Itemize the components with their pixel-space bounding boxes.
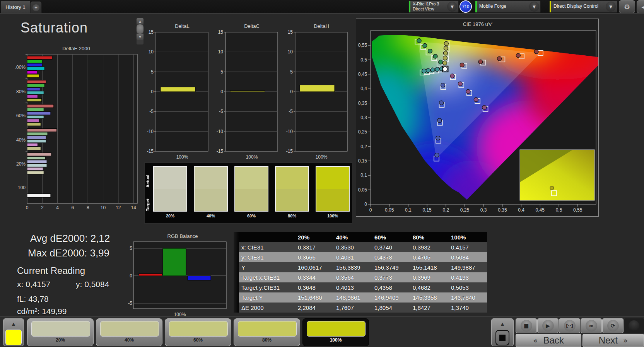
svg-text:-5: -5 [149, 109, 154, 114]
meter-dropdown[interactable]: X-Rite i1Pro 3 Direct View ▼ [408, 0, 459, 13]
deltae-bar-80%-green [27, 84, 44, 87]
collapse-up-button[interactable]: ▲ [3, 319, 24, 329]
table-cell: 156,3749 [372, 262, 410, 272]
collapse-up-button[interactable]: ▲ [492, 319, 513, 329]
settings-button[interactable]: ⚙ [619, 0, 635, 13]
svg-text:DeltaC: DeltaC [244, 23, 260, 29]
table-cell: 145,3358 [410, 292, 449, 303]
cie-measured-yellow [443, 51, 448, 55]
meter-accent-bar [409, 1, 410, 12]
loop-button[interactable]: ⟳ [602, 318, 624, 333]
chevrons-left-icon: « [533, 336, 538, 345]
continuous-icon: ∞ [586, 320, 597, 332]
add-tab-button[interactable]: + [31, 2, 41, 13]
svg-text:RGB Balance: RGB Balance [167, 233, 198, 239]
table-cell: 1,8054 [372, 303, 410, 313]
svg-text:2: 2 [41, 205, 44, 210]
continuous-button[interactable]: ∞ [581, 318, 602, 333]
source-dropdown[interactable]: Mobile Forge ▼ [475, 0, 541, 13]
saturation-button-20%[interactable]: 20% [27, 318, 94, 346]
svg-text:0,45: 0,45 [536, 207, 545, 213]
svg-text:0,3: 0,3 [480, 207, 487, 213]
svg-text:0,35: 0,35 [358, 101, 367, 106]
back-button[interactable]: « Back [516, 334, 581, 347]
deltae-bar-80%-cyan [27, 91, 44, 94]
cie-measured-yellow [444, 41, 448, 46]
target-color [235, 189, 268, 211]
svg-text:0,15: 0,15 [358, 158, 367, 164]
svg-text:0,25: 0,25 [460, 207, 470, 213]
saturation-button-100%[interactable]: 100% [302, 318, 369, 346]
scroll-up-icon[interactable]: ▲ [137, 18, 143, 24]
tab-bar: History 1 + X-Rite i1Pro 3 Direct View ▼… [0, 0, 644, 13]
svg-text:DeltaL: DeltaL [175, 23, 190, 29]
meter-count: 710 [462, 4, 469, 9]
svg-text:0,5: 0,5 [360, 57, 367, 63]
svg-text:-15: -15 [217, 149, 224, 154]
tab-history-1[interactable]: History 1 [1, 1, 30, 13]
compare-swatch-label: 40% [194, 214, 228, 218]
cie-measured-cyan [435, 67, 439, 72]
chevron-down-icon[interactable]: ▼ [447, 2, 457, 12]
cie-measured-red [497, 56, 502, 61]
scrollbar-thumb[interactable] [137, 24, 143, 34]
measure-once-button[interactable]: [··] [559, 318, 580, 333]
deltae-bar-60%-blue [27, 112, 51, 115]
svg-text:0,55: 0,55 [358, 43, 367, 48]
deltae-bar-100%-yellow [27, 74, 39, 77]
target-color [316, 189, 349, 211]
scroll-down-icon[interactable]: ▼ [137, 34, 143, 40]
chevron-down-icon[interactable]: ▼ [606, 2, 616, 12]
rgb-balance-bar-green [163, 248, 186, 276]
table-column-header: 100% [449, 232, 487, 242]
play-button[interactable]: ▶ [537, 318, 559, 333]
deltal-bar [161, 87, 195, 92]
deltae-bar-40%-green [27, 132, 48, 135]
svg-text:-10: -10 [147, 129, 154, 134]
svg-text:0: 0 [151, 89, 154, 94]
next-button[interactable]: Next » [583, 334, 644, 347]
saturation-button-60%[interactable]: 60% [165, 318, 231, 346]
stop-button[interactable]: ■ [516, 318, 537, 333]
actual-color [195, 167, 227, 189]
max-de2000: Max dE2000: 3,99 [28, 247, 109, 259]
meter-name: X-Rite i1Pro 3 [413, 2, 439, 6]
cie-measured-red [534, 50, 538, 54]
cie-measured-blue [437, 118, 442, 123]
svg-text:0: 0 [369, 207, 372, 213]
deltae-bar-100%-green [27, 60, 42, 63]
cie-measured-magenta [450, 74, 454, 78]
table-cell: 0,4358 [372, 282, 410, 292]
table-corner [234, 232, 239, 242]
table-row-label: Y [239, 262, 296, 272]
table-column-header: 40% [334, 232, 372, 242]
svg-text:0,2: 0,2 [442, 207, 449, 213]
table-cell: 0,3564 [334, 272, 372, 282]
cie-measured-magenta [458, 82, 462, 86]
display-control-dropdown[interactable]: Direct Display Control ▼ [549, 0, 617, 13]
rgb-balance-chart: RGB Balance50-5100% [128, 229, 232, 318]
saturation-button-40%[interactable]: 40% [96, 318, 162, 346]
transport-extra-button[interactable] [624, 318, 644, 333]
saturation-button-label: 60% [165, 337, 231, 343]
table-cell: 2,2084 [296, 303, 334, 313]
svg-text:80%: 80% [16, 89, 26, 94]
deltae-bar-100%-blue [27, 63, 42, 67]
deltae-bar-20%-yellow [27, 171, 44, 174]
cie-measured-green [439, 60, 443, 64]
layout-scrollbar[interactable]: ▲ ▼ [137, 18, 143, 44]
svg-text:0,05: 0,05 [385, 207, 394, 213]
svg-text:CIE 1976 u'v': CIE 1976 u'v' [463, 21, 493, 27]
deltae-bar-20%-magenta [27, 168, 43, 171]
svg-text:-10: -10 [286, 129, 293, 134]
window-pattern-button[interactable] [495, 330, 509, 345]
svg-text:0: 0 [26, 205, 29, 210]
chevron-down-icon[interactable]: ▼ [529, 2, 539, 12]
svg-text:0: 0 [364, 202, 367, 207]
cie-measured-cyan [426, 68, 430, 73]
table-row-label: Target x:CIE31 [239, 272, 296, 282]
svg-text:100%: 100% [176, 154, 188, 160]
svg-text:15: 15 [218, 29, 224, 35]
previous-page-button[interactable]: ◀ [637, 0, 644, 13]
saturation-button-80%[interactable]: 80% [234, 318, 300, 346]
